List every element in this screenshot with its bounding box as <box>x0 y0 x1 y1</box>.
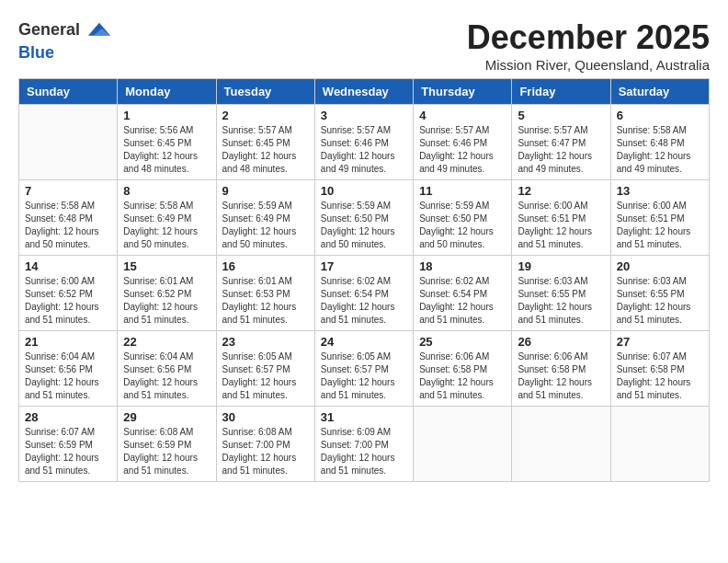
day-number: 18 <box>419 259 506 273</box>
header-monday: Monday <box>118 79 216 105</box>
calendar-day-cell: 5Sunrise: 5:57 AMSunset: 6:47 PMDaylight… <box>512 105 610 180</box>
calendar-day-cell: 17Sunrise: 6:02 AMSunset: 6:54 PMDayligh… <box>314 256 413 331</box>
day-number: 3 <box>321 109 407 122</box>
calendar-day-cell: 11Sunrise: 5:59 AMSunset: 6:50 PMDayligh… <box>414 180 512 256</box>
day-number: 7 <box>25 184 111 198</box>
calendar-day-cell: 13Sunrise: 6:00 AMSunset: 6:51 PMDayligh… <box>610 180 709 256</box>
day-info: Sunrise: 5:58 AMSunset: 6:48 PMDaylight:… <box>617 124 703 176</box>
day-number: 5 <box>518 109 604 122</box>
header-friday: Friday <box>512 79 610 105</box>
calendar-day-cell: 16Sunrise: 6:01 AMSunset: 6:53 PMDayligh… <box>216 256 314 331</box>
day-info: Sunrise: 6:04 AMSunset: 6:56 PMDaylight:… <box>123 350 210 402</box>
day-info: Sunrise: 6:08 AMSunset: 6:59 PMDaylight:… <box>123 426 210 477</box>
day-info: Sunrise: 6:06 AMSunset: 6:58 PMDaylight:… <box>518 350 604 402</box>
day-info: Sunrise: 6:00 AMSunset: 6:51 PMDaylight:… <box>518 200 604 251</box>
calendar-day-cell: 9Sunrise: 5:59 AMSunset: 6:49 PMDaylight… <box>216 180 314 256</box>
day-info: Sunrise: 5:57 AMSunset: 6:46 PMDaylight:… <box>321 124 407 176</box>
header-sunday: Sunday <box>19 79 118 105</box>
logo-text-blue: Blue <box>18 43 54 62</box>
day-info: Sunrise: 5:57 AMSunset: 6:45 PMDaylight:… <box>222 124 309 176</box>
logo-icon <box>86 18 112 44</box>
day-number: 25 <box>419 335 506 349</box>
calendar-day-cell <box>610 407 709 482</box>
day-number: 19 <box>518 259 604 273</box>
calendar-week-row: 28Sunrise: 6:07 AMSunset: 6:59 PMDayligh… <box>19 407 710 482</box>
day-info: Sunrise: 5:57 AMSunset: 6:46 PMDaylight:… <box>419 124 506 176</box>
day-info: Sunrise: 5:58 AMSunset: 6:49 PMDaylight:… <box>123 200 210 251</box>
page-header: General Blue December 2025 Mission River… <box>18 18 710 73</box>
day-number: 23 <box>222 335 309 349</box>
calendar-day-cell: 14Sunrise: 6:00 AMSunset: 6:52 PMDayligh… <box>19 256 118 331</box>
header-thursday: Thursday <box>414 79 512 105</box>
day-number: 28 <box>25 410 111 424</box>
calendar-week-row: 1Sunrise: 5:56 AMSunset: 6:45 PMDaylight… <box>19 105 710 180</box>
day-info: Sunrise: 6:00 AMSunset: 6:51 PMDaylight:… <box>617 200 703 251</box>
calendar-day-cell: 28Sunrise: 6:07 AMSunset: 6:59 PMDayligh… <box>19 407 118 482</box>
calendar-week-row: 14Sunrise: 6:00 AMSunset: 6:52 PMDayligh… <box>19 256 710 331</box>
day-info: Sunrise: 6:05 AMSunset: 6:57 PMDaylight:… <box>321 350 407 402</box>
calendar-day-cell <box>414 407 512 482</box>
day-number: 11 <box>419 184 506 198</box>
calendar-day-cell: 30Sunrise: 6:08 AMSunset: 7:00 PMDayligh… <box>216 407 314 482</box>
day-number: 12 <box>518 184 604 198</box>
day-info: Sunrise: 6:07 AMSunset: 6:59 PMDaylight:… <box>25 426 111 477</box>
header-wednesday: Wednesday <box>314 79 413 105</box>
day-number: 2 <box>222 109 309 122</box>
calendar-day-cell: 20Sunrise: 6:03 AMSunset: 6:55 PMDayligh… <box>610 256 709 331</box>
calendar-day-cell: 7Sunrise: 5:58 AMSunset: 6:48 PMDaylight… <box>19 180 118 256</box>
day-number: 8 <box>123 184 210 198</box>
calendar-day-cell <box>512 407 610 482</box>
day-number: 24 <box>321 335 407 349</box>
day-info: Sunrise: 5:58 AMSunset: 6:48 PMDaylight:… <box>25 200 111 251</box>
day-info: Sunrise: 5:57 AMSunset: 6:47 PMDaylight:… <box>518 124 604 176</box>
day-number: 15 <box>123 259 210 273</box>
header-tuesday: Tuesday <box>216 79 314 105</box>
calendar-day-cell: 25Sunrise: 6:06 AMSunset: 6:58 PMDayligh… <box>414 331 512 407</box>
calendar-day-cell: 31Sunrise: 6:09 AMSunset: 7:00 PMDayligh… <box>314 407 413 482</box>
calendar-day-cell: 21Sunrise: 6:04 AMSunset: 6:56 PMDayligh… <box>19 331 118 407</box>
day-info: Sunrise: 6:08 AMSunset: 7:00 PMDaylight:… <box>222 426 309 477</box>
day-info: Sunrise: 6:00 AMSunset: 6:52 PMDaylight:… <box>25 275 111 327</box>
calendar-day-cell: 1Sunrise: 5:56 AMSunset: 6:45 PMDaylight… <box>118 105 216 180</box>
calendar-day-cell: 19Sunrise: 6:03 AMSunset: 6:55 PMDayligh… <box>512 256 610 331</box>
day-info: Sunrise: 6:02 AMSunset: 6:54 PMDaylight:… <box>321 275 407 327</box>
calendar-header-row: Sunday Monday Tuesday Wednesday Thursday… <box>19 79 710 105</box>
logo-line1: General <box>18 18 112 44</box>
day-number: 31 <box>321 410 407 424</box>
calendar-week-row: 7Sunrise: 5:58 AMSunset: 6:48 PMDaylight… <box>19 180 710 256</box>
day-info: Sunrise: 6:06 AMSunset: 6:58 PMDaylight:… <box>419 350 506 402</box>
calendar-day-cell: 12Sunrise: 6:00 AMSunset: 6:51 PMDayligh… <box>512 180 610 256</box>
day-number: 29 <box>123 410 210 424</box>
calendar-week-row: 21Sunrise: 6:04 AMSunset: 6:56 PMDayligh… <box>19 331 710 407</box>
day-number: 30 <box>222 410 309 424</box>
calendar-table: Sunday Monday Tuesday Wednesday Thursday… <box>18 78 710 482</box>
day-info: Sunrise: 5:59 AMSunset: 6:50 PMDaylight:… <box>321 200 407 251</box>
day-info: Sunrise: 5:56 AMSunset: 6:45 PMDaylight:… <box>123 124 210 176</box>
title-section: December 2025 Mission River, Queensland,… <box>467 18 710 73</box>
day-number: 21 <box>25 335 111 349</box>
day-number: 22 <box>123 335 210 349</box>
subtitle: Mission River, Queensland, Australia <box>467 57 710 73</box>
calendar-day-cell: 2Sunrise: 5:57 AMSunset: 6:45 PMDaylight… <box>216 105 314 180</box>
day-info: Sunrise: 6:09 AMSunset: 7:00 PMDaylight:… <box>321 426 407 477</box>
calendar-day-cell: 18Sunrise: 6:02 AMSunset: 6:54 PMDayligh… <box>414 256 512 331</box>
main-title: December 2025 <box>467 18 710 57</box>
day-number: 27 <box>617 335 703 349</box>
calendar-day-cell: 4Sunrise: 5:57 AMSunset: 6:46 PMDaylight… <box>414 105 512 180</box>
calendar-day-cell <box>19 105 118 180</box>
calendar-day-cell: 22Sunrise: 6:04 AMSunset: 6:56 PMDayligh… <box>118 331 216 407</box>
day-number: 17 <box>321 259 407 273</box>
logo: General Blue <box>18 18 112 63</box>
day-number: 14 <box>25 259 111 273</box>
calendar-day-cell: 3Sunrise: 5:57 AMSunset: 6:46 PMDaylight… <box>314 105 413 180</box>
calendar-day-cell: 10Sunrise: 5:59 AMSunset: 6:50 PMDayligh… <box>314 180 413 256</box>
day-number: 20 <box>617 259 703 273</box>
calendar-day-cell: 23Sunrise: 6:05 AMSunset: 6:57 PMDayligh… <box>216 331 314 407</box>
day-info: Sunrise: 6:03 AMSunset: 6:55 PMDaylight:… <box>518 275 604 327</box>
day-info: Sunrise: 6:02 AMSunset: 6:54 PMDaylight:… <box>419 275 506 327</box>
day-info: Sunrise: 6:07 AMSunset: 6:58 PMDaylight:… <box>617 350 703 402</box>
day-number: 9 <box>222 184 309 198</box>
calendar-day-cell: 29Sunrise: 6:08 AMSunset: 6:59 PMDayligh… <box>118 407 216 482</box>
day-number: 26 <box>518 335 604 349</box>
logo-text-general: General <box>18 20 80 39</box>
